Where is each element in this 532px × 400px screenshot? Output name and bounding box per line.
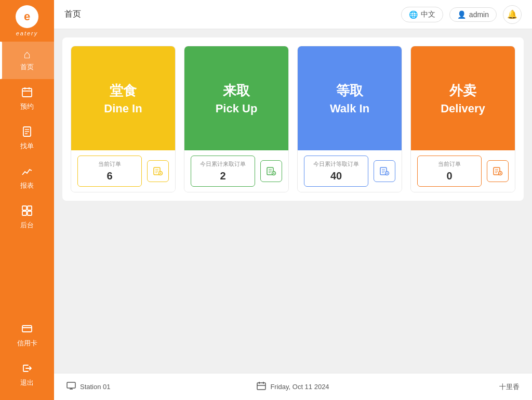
logout-icon — [21, 363, 33, 376]
card-action-btn-delivery[interactable] — [487, 160, 509, 182]
card-stat-pick-up: 今日累计来取订单 2 — [191, 156, 255, 187]
card-stat-label-pick-up: 今日累计来取订单 — [200, 160, 246, 168]
svg-rect-0 — [22, 88, 32, 97]
user-label: admin — [469, 10, 489, 19]
header-actions: 🌐 中文 👤 admin 🔔 — [401, 5, 522, 24]
home-icon: ⌂ — [23, 49, 30, 60]
logo-text: eatery — [16, 30, 38, 36]
sidebar-nav: ⌂ 首页 预约 找单 — [0, 42, 54, 316]
card-action-btn-walk-in[interactable] — [374, 160, 395, 182]
location-label: 十里香 — [499, 383, 520, 391]
order-card-delivery: 外卖 Delivery 当前订单 0 — [410, 46, 515, 192]
card-title-en-delivery: Delivery — [441, 102, 485, 115]
card-title-en-walk-in: Walk In — [330, 102, 369, 115]
card-title-en-pick-up: Pick Up — [216, 102, 258, 115]
svg-rect-10 — [22, 211, 26, 215]
user-icon: 👤 — [457, 10, 466, 19]
orders-icon — [21, 126, 33, 139]
card-bottom-pick-up: 今日累计来取订单 2 — [184, 150, 288, 192]
calendar-icon — [257, 381, 266, 392]
notification-bell[interactable]: 🔔 — [503, 5, 522, 24]
logo-icon: e — [16, 5, 38, 28]
svg-rect-11 — [28, 211, 32, 215]
language-button[interactable]: 🌐 中文 — [401, 7, 443, 22]
sidebar-logo: e eatery — [0, 0, 54, 42]
sidebar-label-home: 首页 — [20, 62, 34, 72]
station-label: Station 01 — [80, 383, 111, 391]
language-label: 中文 — [421, 10, 435, 19]
card-stat-label-walk-in: 今日累计等取订单 — [313, 160, 359, 168]
card-top-pick-up[interactable]: 来取 Pick Up — [184, 46, 288, 150]
card-title-cn-delivery: 外卖 — [449, 82, 476, 100]
card-bottom-walk-in: 今日累计等取订单 40 — [298, 150, 402, 192]
sidebar-label-backend: 后台 — [20, 221, 34, 230]
card-bottom-delivery: 当前订单 0 — [411, 150, 515, 192]
page-title: 首页 — [64, 9, 401, 20]
globe-icon: 🌐 — [409, 10, 418, 19]
main: 首页 🌐 中文 👤 admin 🔔 堂食 Dine In 当前订单 6 — [54, 0, 532, 400]
sidebar-item-backend[interactable]: 后台 — [0, 198, 54, 237]
card-action-btn-pick-up[interactable] — [260, 160, 282, 182]
footer-location: 十里香 — [368, 382, 520, 392]
card-stat-delivery: 当前订单 0 — [417, 156, 482, 187]
card-title-cn-pick-up: 来取 — [223, 82, 250, 100]
card-bottom-dine-in: 当前订单 6 — [71, 150, 175, 192]
card-action-btn-dine-in[interactable] — [147, 160, 169, 182]
card-stat-value-dine-in: 6 — [107, 170, 112, 182]
sidebar-label-logout: 退出 — [20, 378, 34, 388]
card-stat-value-pick-up: 2 — [220, 170, 225, 182]
card-title-en-dine-in: Dine In — [104, 102, 142, 115]
sidebar-item-logout[interactable]: 退出 — [20, 355, 34, 395]
sidebar-label-orders: 找单 — [20, 141, 34, 151]
reports-icon — [21, 165, 33, 179]
sidebar-item-reservation[interactable]: 预约 — [0, 79, 54, 119]
order-card-dine-in: 堂食 Dine In 当前订单 6 — [71, 46, 176, 192]
card-stat-value-walk-in: 40 — [330, 170, 342, 182]
svg-rect-9 — [28, 206, 32, 210]
svg-rect-42 — [67, 382, 75, 388]
card-stat-walk-in: 今日累计等取订单 40 — [304, 156, 368, 187]
cards-container: 堂食 Dine In 当前订单 6 来取 — [62, 37, 524, 201]
card-stat-label-dine-in: 当前订单 — [98, 160, 121, 168]
sidebar-bottom: 信用卡 退出 — [0, 316, 54, 400]
sidebar-label-reports: 报表 — [20, 181, 34, 190]
svg-rect-12 — [22, 326, 32, 332]
date-label: Friday, Oct 11 2024 — [270, 383, 329, 391]
svg-rect-45 — [257, 383, 265, 390]
card-stat-value-delivery: 0 — [446, 170, 452, 182]
credit-icon — [21, 323, 33, 337]
card-top-walk-in[interactable]: 等取 Walk In — [298, 46, 402, 150]
sidebar-item-home[interactable]: ⌂ 首页 — [0, 42, 54, 79]
card-title-cn-walk-in: 等取 — [336, 82, 363, 100]
content-area: 堂食 Dine In 当前订单 6 来取 — [54, 29, 532, 373]
card-stat-label-delivery: 当前订单 — [438, 160, 461, 168]
footer-date: Friday, Oct 11 2024 — [218, 381, 369, 392]
footer: Station 01 Friday, Oct 11 2024 十里香 — [54, 373, 532, 400]
card-title-cn-dine-in: 堂食 — [110, 82, 137, 100]
bell-icon: 🔔 — [507, 9, 517, 19]
sidebar-label-credit: 信用卡 — [17, 339, 37, 348]
monitor-icon — [66, 381, 76, 392]
sidebar-item-reports[interactable]: 报表 — [0, 158, 54, 198]
order-card-walk-in: 等取 Walk In 今日累计等取订单 40 — [297, 46, 402, 192]
card-top-delivery[interactable]: 外卖 Delivery — [411, 46, 515, 150]
sidebar-item-credit[interactable]: 信用卡 — [17, 316, 37, 355]
header: 首页 🌐 中文 👤 admin 🔔 — [54, 0, 532, 29]
backend-icon — [21, 205, 33, 218]
card-stat-dine-in: 当前订单 6 — [77, 156, 142, 187]
sidebar-label-reservation: 预约 — [20, 102, 34, 111]
sidebar: e eatery ⌂ 首页 预约 — [0, 0, 54, 400]
order-card-pick-up: 来取 Pick Up 今日累计来取订单 2 — [184, 46, 289, 192]
user-button[interactable]: 👤 admin — [449, 7, 497, 22]
active-bar — [0, 42, 2, 79]
footer-station: Station 01 — [66, 381, 218, 392]
card-top-dine-in[interactable]: 堂食 Dine In — [71, 46, 175, 150]
sidebar-item-orders[interactable]: 找单 — [0, 119, 54, 158]
svg-rect-8 — [22, 206, 26, 210]
reservation-icon — [21, 86, 33, 100]
